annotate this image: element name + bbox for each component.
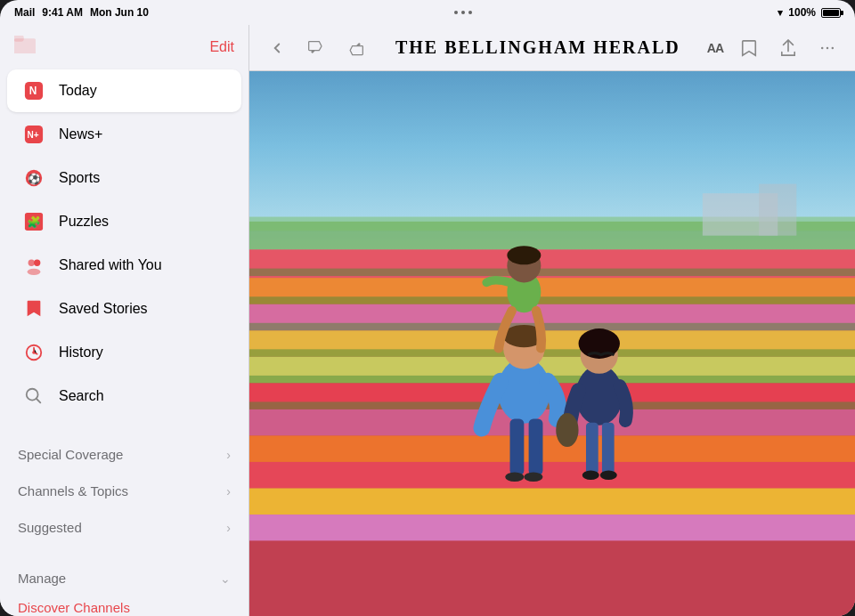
sidebar-item-shared[interactable]: Shared with You: [7, 244, 241, 287]
sports-icon: ⚽: [21, 166, 46, 190]
battery-percent: 100%: [788, 6, 816, 19]
dot2: [461, 11, 465, 14]
svg-point-59: [582, 470, 599, 480]
sidebar-item-newsplus[interactable]: N+ News+: [7, 113, 241, 156]
svg-rect-47: [529, 418, 543, 474]
history-icon: [21, 340, 46, 365]
sidebar-nav: N Today N+ News+: [0, 65, 248, 422]
back-button[interactable]: [264, 35, 290, 61]
article-image: [249, 71, 855, 616]
battery-icon: [821, 8, 841, 18]
sidebar-section-channels-topics[interactable]: Channels & Topics ›: [0, 473, 248, 509]
text-size-button[interactable]: AA: [707, 35, 723, 61]
channels-topics-chevron: ›: [226, 484, 231, 498]
bookmark-button[interactable]: [736, 35, 762, 61]
shared-icon: [21, 253, 46, 278]
svg-point-56: [556, 413, 578, 447]
today-icon: N: [21, 78, 46, 103]
svg-rect-33: [249, 515, 855, 541]
svg-rect-32: [249, 488, 855, 515]
more-button[interactable]: [814, 35, 841, 61]
status-right: ▾ 100%: [778, 6, 841, 19]
sidebar-sections: Special Coverage › Channels & Topics › S…: [0, 436, 248, 546]
shared-label: Shared with You: [59, 257, 162, 273]
svg-rect-37: [249, 323, 855, 330]
sports-label: Sports: [59, 170, 100, 186]
svg-text:N+: N+: [27, 130, 38, 140]
svg-point-16: [821, 46, 824, 49]
sidebar-section-suggested[interactable]: Suggested ›: [0, 509, 248, 546]
sidebar-item-puzzles[interactable]: 🧩 Puzzles: [7, 200, 241, 243]
manage-header[interactable]: Manage ⌄: [0, 560, 248, 589]
like-button[interactable]: [342, 35, 369, 61]
svg-rect-35: [249, 269, 855, 276]
content-area: The Bellingham Herald AA: [249, 25, 855, 616]
scene-svg: [249, 71, 855, 616]
puzzles-icon: 🧩: [21, 209, 46, 234]
edit-button[interactable]: Edit: [209, 39, 234, 55]
status-app: Mail: [14, 6, 35, 19]
svg-rect-1: [14, 36, 23, 41]
svg-point-57: [505, 473, 524, 482]
svg-text:⚽: ⚽: [28, 172, 41, 185]
status-date: Mon Jun 10: [90, 6, 149, 19]
svg-point-58: [524, 473, 542, 482]
newsplus-icon: N+: [21, 122, 46, 147]
svg-point-60: [600, 470, 617, 480]
status-center: [454, 11, 472, 14]
share-button[interactable]: [775, 35, 802, 61]
svg-point-11: [34, 260, 40, 266]
manage-label: Manage: [18, 571, 66, 586]
svg-rect-55: [602, 423, 615, 474]
sidebar-folder-icon[interactable]: [14, 36, 36, 58]
dislike-button[interactable]: [303, 35, 330, 61]
sidebar-section-special-coverage[interactable]: Special Coverage ›: [0, 436, 248, 473]
svg-rect-30: [249, 435, 855, 462]
saved-icon: [21, 296, 46, 321]
svg-rect-42: [759, 184, 796, 236]
dot3: [468, 11, 472, 14]
special-coverage-chevron: ›: [226, 448, 231, 462]
special-coverage-label: Special Coverage: [18, 447, 123, 462]
search-icon: [21, 384, 46, 409]
search-label: Search: [59, 388, 104, 404]
sidebar-item-history[interactable]: History: [7, 331, 241, 374]
svg-point-50: [507, 246, 541, 264]
sidebar-item-sports[interactable]: ⚽ Sports: [7, 157, 241, 199]
suggested-label: Suggested: [18, 520, 82, 535]
svg-text:N: N: [29, 85, 37, 97]
svg-point-10: [28, 260, 35, 266]
discover-channels-link[interactable]: Discover Channels: [0, 593, 248, 616]
svg-rect-46: [510, 418, 525, 474]
sidebar: Edit N Today N+: [0, 25, 249, 616]
history-label: History: [59, 344, 103, 361]
sidebar-item-today[interactable]: N Today: [7, 69, 241, 112]
toolbar: The Bellingham Herald AA: [249, 25, 855, 71]
manage-links: Discover Channels Notifications & Email …: [0, 589, 248, 616]
svg-rect-38: [249, 349, 855, 356]
svg-point-17: [826, 46, 829, 49]
today-label: Today: [59, 83, 97, 99]
main-content: Edit N Today N+: [0, 25, 855, 616]
svg-rect-31: [249, 462, 855, 489]
svg-point-12: [28, 269, 41, 275]
publication-title: The Bellingham Herald: [395, 37, 680, 57]
svg-text:🧩: 🧩: [27, 215, 42, 230]
manage-section: Manage ⌄ Discover Channels Notifications…: [0, 560, 248, 616]
sidebar-item-saved[interactable]: Saved Stories: [7, 288, 241, 330]
saved-label: Saved Stories: [59, 301, 148, 317]
manage-chevron: ⌄: [220, 571, 231, 586]
toolbar-right: AA: [707, 35, 841, 61]
svg-rect-36: [249, 296, 855, 304]
dot1: [454, 11, 458, 14]
battery-fill: [823, 10, 839, 16]
svg-point-18: [832, 46, 835, 49]
status-time: 9:41 AM: [42, 6, 83, 19]
puzzles-label: Puzzles: [59, 214, 109, 230]
status-bar: Mail 9:41 AM Mon Jun 10 ▾ 100%: [0, 0, 855, 25]
svg-rect-34: [249, 541, 855, 616]
status-left: Mail 9:41 AM Mon Jun 10: [14, 6, 149, 19]
toolbar-center: The Bellingham Herald: [383, 37, 693, 58]
sidebar-item-search[interactable]: Search: [7, 375, 241, 417]
svg-rect-54: [586, 423, 598, 474]
